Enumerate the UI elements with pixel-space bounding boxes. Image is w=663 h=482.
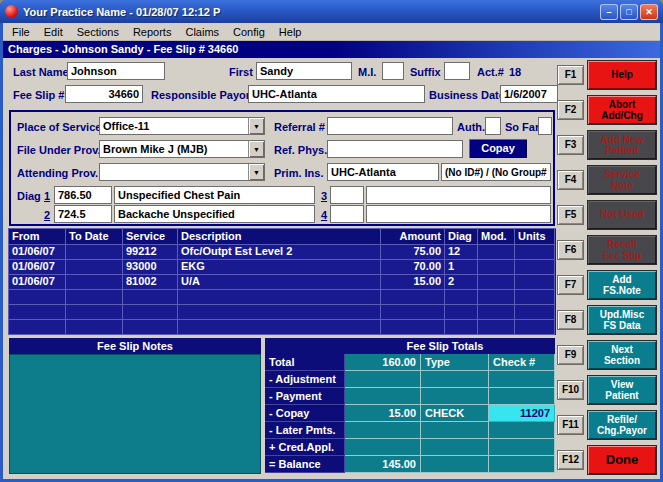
total-value: 160.00	[345, 354, 421, 371]
f9-key[interactable]: F9	[557, 345, 584, 365]
diag-1-desc-input[interactable]	[114, 186, 315, 204]
first-name-input[interactable]	[256, 62, 352, 80]
f12-key[interactable]: F12	[557, 450, 584, 470]
mi-input[interactable]	[382, 62, 404, 80]
diag-2-code-input[interactable]	[54, 205, 112, 223]
file-under-prov-label: File Under Prov.	[17, 144, 101, 156]
last-name-input[interactable]	[67, 62, 165, 80]
refile-chg-payor-button[interactable]: Refile/ Chg.Payor	[587, 410, 657, 440]
copay-button[interactable]: Copay	[469, 139, 527, 158]
cell-description: EKG	[178, 260, 381, 275]
attending-prov-select[interactable]: ▼	[99, 163, 265, 181]
function-key-row: F4 Service Note	[557, 165, 657, 195]
diag-label: Diag	[17, 190, 41, 202]
business-date-input[interactable]	[500, 85, 558, 103]
f10-key[interactable]: F10	[557, 380, 584, 400]
place-of-service-select[interactable]: Office-11 ▼	[99, 117, 265, 135]
ref-phys-input[interactable]	[327, 140, 463, 158]
close-icon[interactable]: ✕	[640, 4, 658, 20]
window-controls: – □ ✕	[600, 4, 658, 20]
function-key-row: F12 Done	[557, 445, 657, 475]
suffix-input[interactable]	[444, 62, 470, 80]
copay-label: - Copay	[265, 405, 345, 422]
function-key-row: F7 Add FS.Note	[557, 270, 657, 300]
f11-key[interactable]: F11	[557, 415, 584, 435]
so-far-input[interactable]	[538, 117, 552, 135]
maximize-icon[interactable]: □	[620, 4, 638, 20]
file-under-prov-select[interactable]: Brown Mike J (MJB) ▼	[99, 140, 265, 158]
done-button[interactable]: Done	[587, 445, 657, 475]
cell-service: 93000	[123, 260, 178, 275]
adjustment-label: - Adjustment	[265, 371, 345, 388]
f1-key[interactable]: F1	[557, 65, 584, 85]
menu-sections[interactable]: Sections	[70, 25, 126, 39]
referral-input[interactable]	[327, 117, 453, 135]
f5-key[interactable]: F5	[557, 205, 584, 225]
business-date-label: Business Date	[429, 89, 505, 101]
view-patient-button[interactable]: View Patient	[587, 375, 657, 405]
help-button[interactable]: Help	[587, 60, 657, 90]
attending-prov-label: Attending Prov.	[17, 167, 98, 179]
menu-edit[interactable]: Edit	[37, 25, 70, 39]
prim-ins-input[interactable]	[327, 163, 439, 181]
add-fs-note-button[interactable]: Add FS.Note	[587, 270, 657, 300]
f3-key[interactable]: F3	[557, 135, 584, 155]
cell-from: 01/06/07	[9, 260, 66, 275]
fee-slip-notes-area[interactable]	[9, 354, 261, 474]
responsible-payor-input[interactable]	[248, 85, 425, 103]
function-key-row: F2 Abort Add/Chg	[557, 95, 657, 125]
menu-file[interactable]: File	[5, 25, 37, 39]
cell-amount: 75.00	[381, 245, 445, 260]
diag-4-code-input[interactable]	[330, 205, 364, 223]
menu-reports[interactable]: Reports	[126, 25, 179, 39]
auth-input[interactable]	[485, 117, 501, 135]
f7-key[interactable]: F7	[557, 275, 584, 295]
chevron-down-icon[interactable]: ▼	[248, 118, 264, 134]
chevron-down-icon[interactable]: ▼	[248, 164, 264, 180]
minimize-icon[interactable]: –	[600, 4, 618, 20]
cell-from: 01/06/07	[9, 275, 66, 290]
col-units: Units	[515, 229, 555, 245]
diag-2-desc-input[interactable]	[114, 205, 315, 223]
place-of-service-value: Office-11	[103, 120, 149, 132]
fee-slip-label: Fee Slip #	[13, 89, 64, 101]
referral-label: Referral #	[274, 121, 325, 133]
menu-claims[interactable]: Claims	[178, 25, 226, 39]
upd-misc-fs-data-button[interactable]: Upd.Misc FS Data	[587, 305, 657, 335]
cell-to-date	[66, 245, 123, 260]
fee-slip-input[interactable]	[65, 85, 143, 103]
chevron-down-icon[interactable]: ▼	[248, 141, 264, 157]
diag-2-label: 2	[44, 209, 50, 221]
cell-units	[515, 260, 555, 275]
copay-value: 15.00	[345, 405, 421, 422]
menu-help[interactable]: Help	[272, 25, 309, 39]
later-pmts-label: - Later Pmts.	[265, 422, 345, 439]
cred-appl-value	[345, 439, 421, 456]
abort-add-chg-button[interactable]: Abort Add/Chg	[587, 95, 657, 125]
f2-key[interactable]: F2	[557, 100, 584, 120]
f4-key[interactable]: F4	[557, 170, 584, 190]
balance-label: = Balance	[265, 456, 345, 473]
diag-3-label: 3	[321, 190, 327, 202]
menu-bar: File Edit Sections Reports Claims Config…	[3, 23, 660, 41]
cell-from: 01/06/07	[9, 245, 66, 260]
diag-1-code-input[interactable]	[54, 186, 112, 204]
last-name-label: Last Name	[13, 66, 69, 78]
so-far-label: So Far	[505, 121, 539, 133]
copay-check-number[interactable]: 11207	[489, 405, 555, 422]
f6-key[interactable]: F6	[557, 240, 584, 260]
function-key-row: F1 Help	[557, 60, 657, 90]
diag-3-desc-input[interactable]	[366, 186, 551, 204]
account-label: Act.#	[477, 66, 504, 78]
f8-key[interactable]: F8	[557, 310, 584, 330]
next-section-button[interactable]: Next Section	[587, 340, 657, 370]
fee-slip-notes-title: Fee Slip Notes	[9, 338, 261, 354]
menu-config[interactable]: Config	[226, 25, 272, 39]
diag-3-code-input[interactable]	[330, 186, 364, 204]
diag-4-desc-input[interactable]	[366, 205, 551, 223]
cred-appl-label: + Cred.Appl.	[265, 439, 345, 456]
total-label: Total	[265, 354, 345, 371]
suffix-label: Suffix	[410, 66, 441, 78]
cell-service: 99212	[123, 245, 178, 260]
fee-slip-totals-grid: Total 160.00 Type Check # - Adjustment -…	[265, 354, 555, 473]
